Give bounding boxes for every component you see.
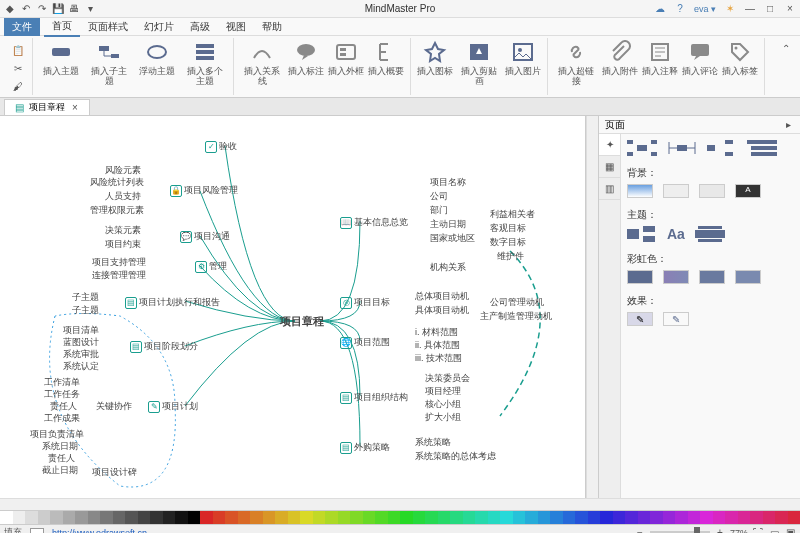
color-swatch[interactable] (388, 511, 401, 524)
theme-opt-1[interactable] (627, 226, 657, 242)
node[interactable]: ◎项目目标 (340, 296, 390, 309)
leaf[interactable]: 系统认定 (63, 360, 99, 373)
color-swatch[interactable] (650, 511, 663, 524)
leaf[interactable]: 公司管理动机 (490, 296, 544, 309)
color-swatch[interactable] (613, 511, 626, 524)
insert-topic-button[interactable]: 插入主题 (39, 38, 83, 76)
vtab-theme[interactable]: ▥ (599, 178, 620, 200)
color-swatch[interactable] (363, 511, 376, 524)
ribbon-collapse-icon[interactable]: ⌃ (780, 42, 792, 54)
zoom-in-icon[interactable]: + (714, 527, 726, 534)
color-swatch[interactable] (525, 511, 538, 524)
vertical-scrollbar[interactable] (586, 116, 598, 498)
leaf[interactable]: 数字目标 (490, 236, 526, 249)
color-swatch[interactable] (125, 511, 138, 524)
insert-callout-button[interactable]: 插入标注 (288, 38, 324, 76)
color-swatch[interactable] (0, 511, 13, 524)
color-swatch[interactable] (150, 511, 163, 524)
color-swatch[interactable] (213, 511, 226, 524)
leaf[interactable]: 维护件 (497, 250, 524, 263)
rainbow-3[interactable] (699, 270, 725, 284)
color-swatch[interactable] (225, 511, 238, 524)
leaf[interactable]: 管理权限元素 (90, 204, 144, 217)
vtab-layout[interactable]: ✦ (599, 134, 620, 156)
paste-icon[interactable]: 📋 (10, 42, 26, 58)
tab-close-icon[interactable]: × (69, 101, 81, 113)
color-swatch[interactable] (288, 511, 301, 524)
color-swatch[interactable] (263, 511, 276, 524)
color-swatch[interactable] (375, 511, 388, 524)
leaf[interactable]: 项目设计碑 (92, 466, 137, 479)
color-swatch[interactable] (775, 511, 788, 524)
layout-opt-4[interactable] (747, 140, 777, 156)
cut-icon[interactable]: ✂ (10, 60, 26, 76)
insert-boundary-button[interactable]: 插入外框 (328, 38, 364, 76)
color-swatch[interactable] (38, 511, 51, 524)
color-swatch[interactable] (413, 511, 426, 524)
color-swatch[interactable] (713, 511, 726, 524)
insert-summary-button[interactable]: 插入概要 (368, 38, 404, 76)
color-swatch[interactable] (563, 511, 576, 524)
color-swatch[interactable] (13, 511, 26, 524)
color-swatch[interactable] (238, 511, 251, 524)
leaf[interactable]: 系统策略 (415, 436, 451, 449)
leaf[interactable]: 公司 (430, 190, 448, 203)
node[interactable]: ▤项目阶段划分 (130, 340, 198, 353)
tab-page-style[interactable]: 页面样式 (80, 18, 136, 36)
vtab-style[interactable]: ▦ (599, 156, 620, 178)
layout-opt-3[interactable] (707, 140, 737, 156)
color-swatch[interactable] (188, 511, 201, 524)
color-swatch[interactable] (738, 511, 751, 524)
node[interactable]: ⚙管理 (195, 260, 227, 273)
leaf[interactable]: 具体项目动机 (415, 304, 469, 317)
float-topic-button[interactable]: 浮动主题 (135, 38, 179, 76)
insert-hyperlink-button[interactable]: 插入超链接 (554, 38, 598, 86)
zoom-out-icon[interactable]: − (634, 527, 646, 534)
leaf[interactable]: 客观目标 (490, 222, 526, 235)
color-swatch[interactable] (75, 511, 88, 524)
leaf[interactable]: 主产制造管理动机 (480, 310, 552, 323)
leaf[interactable]: 利益相关者 (490, 208, 535, 221)
leaf[interactable]: 部门 (430, 204, 448, 217)
print-icon[interactable]: 🖶 (68, 3, 80, 15)
color-swatch[interactable] (513, 511, 526, 524)
minimize-icon[interactable]: — (744, 3, 756, 15)
leaf[interactable]: 国家或地区 (430, 232, 475, 245)
redo-icon[interactable]: ↷ (36, 3, 48, 15)
insert-relation-button[interactable]: 插入关系线 (240, 38, 284, 86)
color-swatch[interactable] (300, 511, 313, 524)
color-swatch[interactable] (100, 511, 113, 524)
node[interactable]: 💬项目沟通 (180, 230, 230, 243)
color-swatch[interactable] (688, 511, 701, 524)
color-swatch[interactable] (700, 511, 713, 524)
color-swatch[interactable] (538, 511, 551, 524)
layout-opt-2[interactable] (667, 140, 697, 156)
settings-icon[interactable]: ✶ (724, 3, 736, 15)
theme-opt-3[interactable] (695, 226, 725, 242)
color-swatch[interactable] (638, 511, 651, 524)
help-icon[interactable]: ? (674, 3, 686, 15)
brush-icon[interactable]: 🖌 (10, 78, 26, 94)
leaf[interactable]: 项目约束 (105, 238, 141, 251)
node[interactable]: ✓验收 (205, 140, 237, 153)
color-swatch[interactable] (600, 511, 613, 524)
color-swatch[interactable] (625, 511, 638, 524)
color-swatch[interactable] (275, 511, 288, 524)
color-swatch[interactable] (450, 511, 463, 524)
insert-image-button[interactable]: 插入图片 (505, 38, 541, 76)
insert-tag-button[interactable]: 插入标签 (722, 38, 758, 76)
maximize-icon[interactable]: □ (764, 3, 776, 15)
node[interactable]: 🔒项目风险管理 (170, 184, 238, 197)
rainbow-4[interactable] (735, 270, 761, 284)
insert-comment-button[interactable]: 插入评论 (682, 38, 718, 76)
effect-2[interactable]: ✎ (663, 312, 689, 326)
tab-home[interactable]: 首页 (44, 17, 80, 37)
full-icon[interactable]: ▣ (784, 527, 796, 534)
insert-subtopic-button[interactable]: 插入子主题 (87, 38, 131, 86)
color-swatch[interactable] (663, 511, 676, 524)
rainbow-1[interactable] (627, 270, 653, 284)
color-swatch[interactable] (750, 511, 763, 524)
node[interactable]: ▤项目计划执行和报告 (125, 296, 220, 309)
bg-opt-2[interactable] (663, 184, 689, 198)
color-swatch[interactable] (463, 511, 476, 524)
